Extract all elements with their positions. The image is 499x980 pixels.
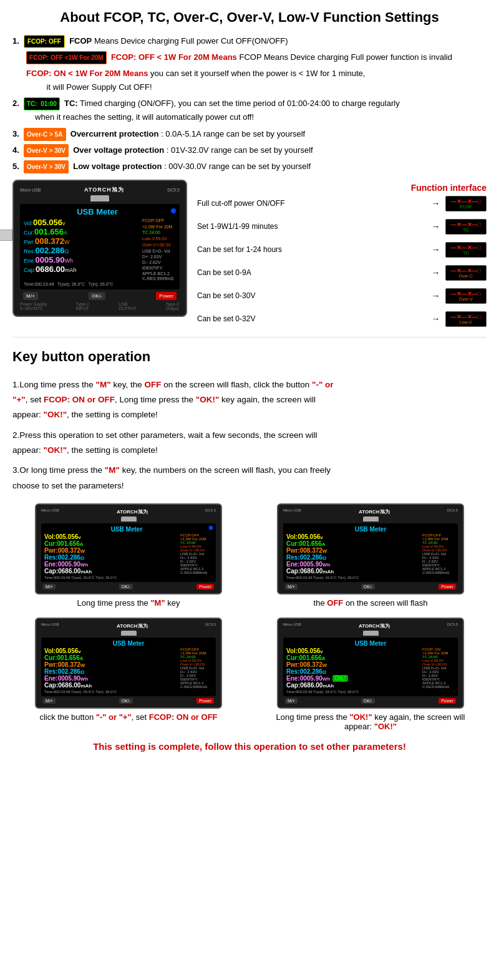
sm1-power[interactable]: Power (196, 584, 214, 589)
sm3-mp[interactable]: M/+ (43, 698, 56, 704)
res-unit: Ω (65, 248, 69, 255)
cur-label: Cur: (24, 230, 34, 236)
fi-ann-1: Full cut-off power ON/OFF (197, 199, 427, 208)
sm1-right: FCOP:OFF >1.0W For 20M TC 24:00 Low-V:59… (178, 533, 213, 575)
fi-lcd-3-text: —✕—✕—□ (451, 245, 481, 251)
fi-arr-6: → (432, 314, 440, 324)
sm4-brand: ATORCH旭为 (359, 623, 389, 629)
sm1-buttons: M/+ OK/- Power (41, 584, 216, 589)
ok-button[interactable]: OK/- (89, 292, 105, 300)
typec-out-label: Type-COutput (165, 302, 180, 311)
vol-unit: v (62, 220, 65, 226)
fi-lcd-2-text: —✕—✕—□ (451, 221, 481, 228)
sm3-buttons: M/+ OK/- Power (41, 698, 216, 704)
fcop-off-desc: FCOP Means Device charging Full power fu… (239, 52, 452, 62)
fi-arr-1: → (432, 198, 440, 208)
sm3-power[interactable]: Power (196, 698, 214, 704)
sm4-power[interactable]: Power (438, 698, 456, 704)
final-note: This setting is complete, follow this op… (12, 741, 487, 752)
cap4-ok2: "OK!" (374, 722, 397, 731)
fi-row-2: Set 1-9W1/1-99 minutes → —✕—✕—□ TC (197, 219, 487, 235)
tc-desc: Timed charging (ON/OFF), you can set the… (80, 99, 400, 108)
sm4-left: Vol:005.056v Cur:001.656A Pwr:008.372W R… (286, 648, 420, 689)
function-interface-header: Function interface (197, 183, 487, 193)
ene-val: 0005.90 (36, 255, 65, 264)
sm4-dc: DC5.5 (447, 623, 458, 629)
sm4-r7: IDENTIFY:APPLE BC1.2 (422, 677, 455, 685)
res-row: Res: 002.286 Ω (24, 246, 140, 255)
micro-usb-label: Micro USB (20, 188, 41, 192)
sm2-brand: ATORCH旭为 (359, 508, 389, 515)
sm2-ok[interactable]: OK/- (361, 584, 375, 589)
mp-button[interactable]: M/+ (23, 292, 38, 300)
sm2-power[interactable]: Power (438, 584, 456, 589)
sm2-bottom: Time:000:23:49 T(out): 26.0°C T(in): 26.… (286, 576, 455, 580)
sm3-r7: IDENTIFY:APPLE BC1.2 (180, 677, 213, 685)
sm2-right: FCOP:OFF >1.0W For 20M TC 24:00 Low-V:59… (420, 533, 455, 575)
power-button[interactable]: Power (156, 292, 177, 300)
fi-lcd-4-sub: Over-C (451, 274, 481, 278)
lowv-status: Low-V:59.0V (142, 236, 176, 242)
lowvolt-label: Low voltage protection (73, 162, 162, 171)
screen-right-col: FCOP:OFF>1.0W For 20M TC 24:00 Low-V:59.… (140, 218, 176, 281)
fi-ann-3: Can be set for 1-24 hours (197, 245, 427, 254)
device-screen: USB Meter Vol: 005.056 v Cur: 001.656 (20, 204, 180, 289)
caption-4: Long time press the "OK!" key again, the… (276, 712, 465, 731)
fi-arr-5: → (432, 291, 440, 301)
sm3-res: Res:002.286Ω (44, 668, 178, 675)
fcop-status: FCOP:OFF>1.0W For 20M (142, 218, 176, 230)
sm1-led (209, 526, 213, 530)
cap2-off: OFF (327, 598, 343, 608)
sm2-cur: Cur:001.656A (286, 540, 420, 547)
sm3-ok[interactable]: OK/- (119, 698, 133, 704)
sm1-left: Vol:005.056v Cur:001.656A Pwr:008.372W R… (44, 533, 178, 575)
sm3-port (121, 631, 137, 636)
screen-content: Vol: 005.056 v Cur: 001.656 A Pwr: (24, 218, 176, 281)
pwr-unit: W (64, 239, 70, 245)
sm2-ene: Ene:0005.90Wh (286, 561, 420, 568)
sm4-ene-ok-row: Ene:0005.90Wh OK! (286, 675, 420, 682)
fcop-on-off-ref: FCOP: ON or OFF (44, 395, 115, 404)
sm1-res: Res:002.286Ω (44, 554, 178, 561)
images-grid: Micro USB ATORCH旭为 DC5.5 USB Meter Vol:0… (12, 503, 487, 731)
fi-lcd-4: —✕—✕—□ Over-C (445, 265, 487, 281)
func-item-1: 1. FCOP: OFF FCOP Means Device charging … (12, 34, 487, 48)
sm2-pwr: Pwr:008.372W (286, 547, 420, 554)
sm2-vol: Vol:005.056v (286, 533, 420, 540)
fcop-off-label: FCOP: OFF < 1W For 20M Means (111, 52, 237, 62)
caption-1: Long time press the "M" key (77, 598, 180, 608)
sm3-vol: Vol:005.056v (44, 648, 178, 654)
fi-lcd-1: —✕—✕—□ FCOP (445, 196, 487, 211)
fi-row-6: Can be set 0-32V → —✕—✕—□ Low-V (197, 311, 487, 327)
tc-label: TC: (64, 99, 78, 108)
fi-ann-6: Can be set 0-32V (197, 314, 427, 323)
cap-row: Cap: 0686.00 mAh (24, 264, 140, 274)
fi-arr-3: → (432, 245, 440, 255)
sm4-r6: USB D+D- VolD+: 2.63VD-: 2.62V (422, 666, 455, 677)
sm1-content: Vol:005.056v Cur:001.656A Pwr:008.372W R… (44, 533, 213, 575)
screen-title: USB Meter (24, 207, 176, 216)
sm1-mp[interactable]: M/+ (43, 584, 56, 589)
cap4-ok: "OK!" (349, 712, 372, 722)
res-label: Res: (24, 248, 36, 255)
annotations-panel: Function interface Full cut-off power ON… (197, 180, 487, 327)
fcop-on-label: FCOP: ON < 1W For 20M Means (26, 69, 148, 78)
sm2-res: Res:002.286Ω (286, 554, 420, 561)
item-num-2: 2. (12, 97, 21, 110)
key-para-3: 3.Or long time press the "M" key, the nu… (12, 463, 487, 493)
sm4-ene: Ene:0005.90Wh (286, 675, 330, 682)
m-key-ref-2: "M" (105, 465, 120, 475)
key-para-1: 1.Long time press the "M" key, the OFF o… (12, 377, 487, 423)
sm2-dc: DC5.5 (447, 508, 458, 515)
usb-vol-status: USB D+D- VolD+: 2.63VD-: 2.62V (142, 248, 176, 265)
sm3-left: Vol:005.056v Cur:001.656A Pwr:008.372W R… (44, 648, 178, 689)
sm1-ok[interactable]: OK/- (119, 584, 133, 589)
overcurrent-label: Overcurrent protection (70, 129, 159, 138)
sm4-ok[interactable]: OK/- (361, 698, 375, 704)
device-sm-1: Micro USB ATORCH旭为 DC5.5 USB Meter Vol:0… (35, 503, 222, 594)
sm2-mp[interactable]: M/+ (285, 584, 298, 589)
sm4-mp[interactable]: M/+ (285, 698, 298, 704)
sm2-r7: IDENTIFY:APPLE BC1.2 (422, 563, 455, 571)
usb-port-top (90, 195, 109, 201)
power-supply-label: Power Supply5~30V/NTC (20, 302, 47, 311)
